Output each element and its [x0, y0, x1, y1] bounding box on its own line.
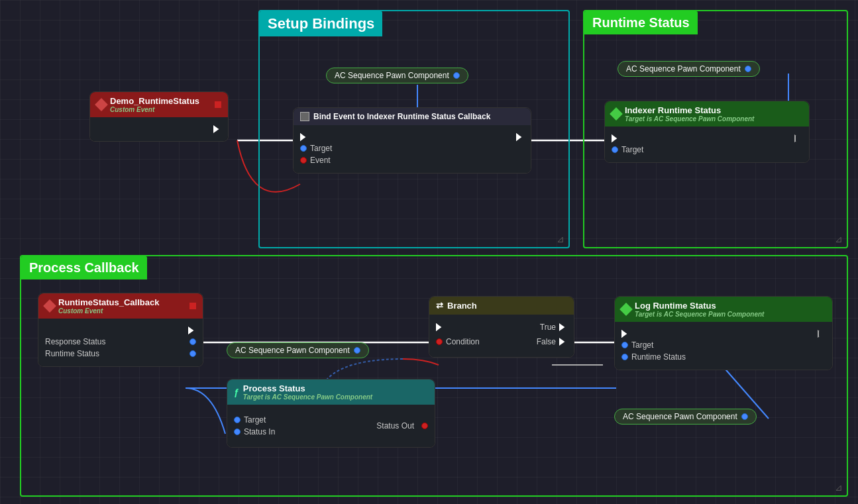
branch-true-exec: [559, 323, 567, 331]
indexer-exec-row: [612, 134, 802, 142]
log-runtime-status-node: Log Runtime Status Target is AC Sequence…: [614, 296, 833, 370]
branch-icon: ⇄: [436, 301, 443, 311]
bind-event-target-dot: [300, 145, 307, 152]
log-exec-in: [621, 330, 629, 338]
log-runtime-subtitle: Target is AC Sequence Pawn Component: [635, 311, 764, 318]
demo-exec-out: [213, 125, 221, 133]
indexer-exec-out: [794, 134, 802, 142]
bind-event-exec-row: [300, 133, 524, 141]
process-status-left-pins: Target Status In: [234, 413, 275, 439]
branch-exec-in: [436, 323, 444, 331]
branch-condition-label: Condition: [446, 337, 480, 346]
branch-true-side: True: [540, 323, 567, 332]
branch-true-label: True: [540, 323, 556, 332]
indexer-runtime-status-node: Indexer Runtime Status Target is AC Sequ…: [604, 101, 810, 163]
bind-event-node: Bind Event to Indexer Runtime Status Cal…: [293, 107, 531, 174]
demo-runtime-header: Demo_RuntimeStatus Custom Event: [90, 92, 228, 117]
log-runtime-header: Log Runtime Status Target is AC Sequence…: [615, 297, 832, 322]
log-runtime-status-label: Runtime Status: [631, 352, 686, 362]
process-status-out-dot: [421, 423, 428, 429]
callback-event-node: RuntimeStatus_Callback Custom Event Resp…: [38, 293, 203, 367]
ac-seq-dot-setup: [453, 72, 460, 79]
ac-seq-label-setup: AC Sequence Pawn Component: [335, 71, 449, 80]
demo-runtime-red-sq: [215, 101, 221, 108]
callback-exec-row: [45, 327, 196, 334]
indexer-runtime-titles: Indexer Runtime Status Target is AC Sequ…: [625, 105, 754, 123]
demo-runtime-icon: [95, 98, 108, 111]
log-runtime-title: Log Runtime Status: [635, 301, 764, 311]
log-runtime-status-dot: [621, 354, 628, 360]
branch-body: True Condition False: [429, 315, 574, 357]
process-target-dot: [234, 417, 241, 423]
process-callback-title: Process Callback: [21, 256, 147, 279]
log-exec-row: [621, 330, 826, 338]
indexer-target-pin: Target: [612, 145, 802, 154]
callback-runtime-label: Runtime Status: [45, 349, 99, 358]
log-runtime-body: Target Runtime Status: [615, 322, 832, 370]
indexer-runtime-body: Target: [605, 126, 809, 162]
ac-seq-dot-runtime: [745, 66, 751, 72]
process-callback-section: Process Callback ⊿ RuntimeStatus_Callbac…: [20, 255, 848, 497]
bind-event-header: Bind Event to Indexer Runtime Status Cal…: [294, 108, 531, 125]
bind-event-body: Target Event: [294, 125, 531, 173]
resize-handle-setup[interactable]: ⊿: [557, 234, 564, 244]
process-target-pin: Target: [234, 415, 275, 425]
indexer-runtime-subtitle: Target is AC Sequence Pawn Component: [625, 115, 754, 123]
log-target-dot: [621, 342, 628, 348]
bind-event-title: Bind Event to Indexer Runtime Status Cal…: [313, 112, 490, 121]
process-status-in-label: Status In: [244, 427, 275, 436]
demo-runtime-subtitle: Custom Event: [110, 106, 199, 113]
callback-response-dot: [189, 338, 196, 345]
bind-event-target-pin: Target: [300, 144, 524, 153]
ac-seq-pill-process[interactable]: AC Sequence Pawn Component: [227, 342, 369, 358]
process-status-body: Target Status In Status Out: [227, 405, 435, 447]
callback-runtime-pin: Runtime Status: [45, 349, 196, 358]
process-target-label: Target: [244, 415, 266, 425]
branch-title: Branch: [447, 301, 477, 311]
log-runtime-status-pin: Runtime Status: [621, 352, 826, 362]
indexer-runtime-status-header: Indexer Runtime Status Target is AC Sequ…: [605, 101, 809, 126]
bind-event-event-dot: [300, 157, 307, 164]
bind-event-target-label: Target: [310, 144, 332, 153]
setup-bindings-section: Setup Bindings ⊿ AC Sequence Pawn Compon…: [258, 10, 570, 248]
indexer-runtime-icon: [610, 107, 623, 121]
demo-runtime-title: Demo_RuntimeStatus: [110, 96, 199, 106]
demo-runtime-body: [90, 117, 228, 141]
ac-seq-pill-bottom[interactable]: AC Sequence Pawn Component: [614, 409, 757, 425]
callback-response-label: Response Status: [45, 337, 105, 346]
demo-runtime-titles: Demo_RuntimeStatus Custom Event: [110, 96, 199, 113]
branch-false-exec: [559, 338, 567, 346]
ac-seq-label-bottom: AC Sequence Pawn Component: [623, 412, 737, 421]
process-status-node: ƒ Process Status Target is AC Sequence P…: [227, 379, 435, 448]
bind-event-event-pin: Event: [300, 156, 524, 165]
process-status-titles: Process Status Target is AC Sequence Paw…: [243, 383, 372, 401]
callback-event-title: RuntimeStatus_Callback: [58, 297, 159, 307]
branch-false-label: False: [537, 337, 556, 346]
resize-handle-process[interactable]: ⊿: [835, 482, 843, 493]
indexer-exec-in: [612, 134, 619, 142]
demo-runtime-status-node: Demo_RuntimeStatus Custom Event: [89, 91, 229, 142]
indexer-target-label: Target: [621, 145, 643, 154]
process-status-out-pin: Status Out: [376, 421, 428, 430]
process-status-subtitle: Target is AC Sequence Pawn Component: [243, 393, 372, 401]
resize-handle-runtime[interactable]: ⊿: [835, 234, 843, 244]
callback-response-pin: Response Status: [45, 337, 196, 346]
indexer-target-dot: [612, 146, 618, 153]
process-status-out-label: Status Out: [376, 421, 414, 430]
indexer-runtime-title: Indexer Runtime Status: [625, 105, 754, 115]
bind-event-icon: [300, 112, 309, 121]
branch-exec-row: True: [436, 323, 567, 332]
callback-event-body: Response Status Runtime Status: [38, 319, 203, 366]
process-status-in-dot: [234, 428, 241, 435]
process-status-icon: ƒ: [234, 387, 239, 397]
ac-seq-dot-bottom: [741, 413, 748, 420]
ac-seq-label-process: AC Sequence Pawn Component: [235, 346, 350, 355]
demo-exec-row: [97, 125, 221, 133]
process-status-title: Process Status: [243, 383, 372, 393]
log-target-label: Target: [631, 340, 653, 350]
ac-seq-pill-setup[interactable]: AC Sequence Pawn Component: [326, 68, 468, 83]
callback-exec-out: [188, 327, 196, 334]
ac-seq-pill-runtime[interactable]: AC Sequence Pawn Component: [617, 61, 760, 77]
runtime-status-title: Runtime Status: [584, 11, 698, 34]
callback-event-subtitle: Custom Event: [58, 307, 159, 315]
